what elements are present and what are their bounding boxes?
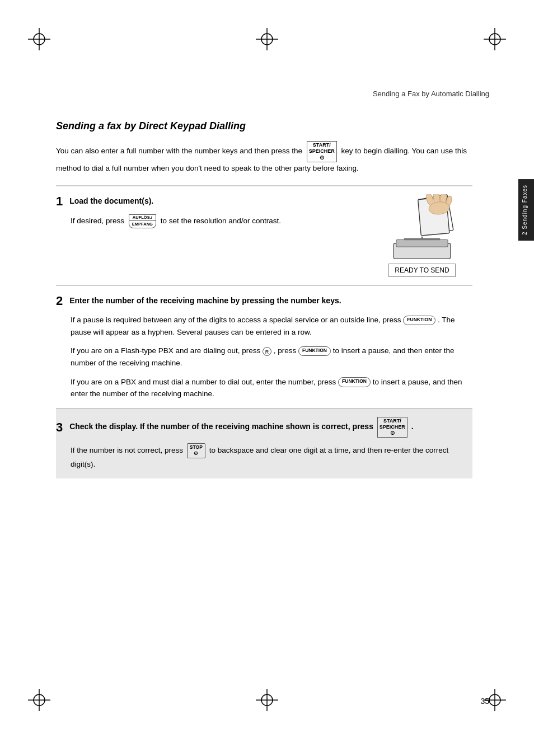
corner-mark-tr	[484, 28, 506, 50]
intro-text-1: You can also enter a full number with th…	[56, 147, 302, 155]
step-2-para3: If you are on a PBX and must dial a numb…	[71, 376, 472, 400]
step-3-heading-row: 3 Check the display. If the number of th…	[56, 417, 472, 438]
step-1-heading-row: 1 Load the document(s).	[56, 194, 360, 209]
corner-mark-bm	[256, 689, 278, 711]
corner-mark-tl	[28, 28, 50, 50]
step-1-number: 1	[56, 194, 63, 208]
start-speicher-key-intro: START/SPEICHER⊙	[307, 141, 337, 162]
step-1-body: If desired, press AUFLÖS./ EMPFANG to se…	[56, 214, 360, 228]
header-title: Sending a Fax by Automatic Dialling	[373, 90, 489, 98]
step-2-heading-row: 2 Enter the number of the receiving mach…	[56, 294, 472, 308]
step-1-body-text2: to set the resolution and/or contrast.	[161, 217, 281, 225]
funktion-key-2: FUNKTION	[298, 346, 331, 356]
step-3-inner: 3 Check the display. If the number of th…	[56, 417, 472, 471]
aufloes-top: AUFLÖS./	[129, 214, 156, 221]
svg-rect-28	[404, 238, 441, 241]
aufloes-key: AUFLÖS./ EMPFANG	[129, 214, 156, 228]
ready-to-send-box: READY TO SEND	[388, 264, 455, 277]
page-number: 35	[480, 697, 489, 706]
step-2-number: 2	[56, 294, 63, 308]
corner-mark-tm	[256, 28, 278, 50]
funktion-key-3: FUNKTION	[338, 377, 371, 387]
step-3-body: If the number is not correct, press STOP…	[56, 443, 472, 470]
step-3: 3 Check the display. If the number of th…	[56, 408, 472, 478]
step-2-para1-text: If a pause is required between any of th…	[71, 316, 401, 324]
corner-mark-bl	[28, 689, 50, 711]
page-header: Sending a Fax by Automatic Dialling	[0, 0, 534, 109]
step-3-body-text: If the number is not correct, press	[71, 446, 183, 454]
svg-rect-27	[396, 240, 448, 247]
step-2: 2 Enter the number of the receiving mach…	[56, 285, 472, 400]
side-tab: 2 Sending Faxes	[518, 179, 534, 241]
step-3-heading-end: .	[411, 422, 414, 431]
page: 2 Sending Faxes Sending a Fax by Automat…	[0, 0, 534, 756]
fax-machine-svg	[377, 194, 467, 261]
step-2-para2-comma: , press	[274, 346, 298, 355]
side-tab-text: 2 Sending Faxes	[522, 185, 528, 235]
step-2-para2: If you are on a Flash-type PBX and are d…	[71, 345, 472, 369]
stop-key: STOP⊙	[187, 443, 205, 458]
step-3-heading: Check the display. If the number of the …	[69, 422, 413, 431]
intro-paragraph: You can also enter a full number with th…	[56, 141, 472, 174]
funktion-key-1: FUNKTION	[403, 316, 435, 325]
aufloes-bottom: EMPFANG	[129, 221, 156, 228]
step-1: 1 Load the document(s). If desired, pres…	[56, 185, 472, 277]
step-1-heading: Load the document(s).	[69, 196, 153, 205]
step-3-number: 3	[56, 420, 63, 434]
step-1-body-text: If desired, press	[71, 217, 124, 225]
step-2-body: If a pause is required between any of th…	[56, 314, 472, 400]
r-key: R	[263, 347, 271, 356]
main-content: Sending a fax by Direct Keypad Dialling …	[0, 109, 534, 501]
section-title: Sending a fax by Direct Keypad Dialling	[56, 120, 472, 132]
step-1-image: READY TO SEND	[372, 194, 472, 277]
start-speicher-key-step3: START/SPEICHER⊙	[377, 417, 407, 438]
step-2-para2-text: If you are on a Flash-type PBX and are d…	[71, 346, 260, 355]
step-1-text: 1 Load the document(s). If desired, pres…	[56, 194, 360, 228]
step-2-heading: Enter the number of the receiving machin…	[69, 296, 341, 305]
step-2-para3-text: If you are on a PBX and must dial a numb…	[71, 378, 336, 386]
ready-to-send-label: READY TO SEND	[395, 266, 449, 274]
step-2-para1: If a pause is required between any of th…	[71, 314, 472, 338]
